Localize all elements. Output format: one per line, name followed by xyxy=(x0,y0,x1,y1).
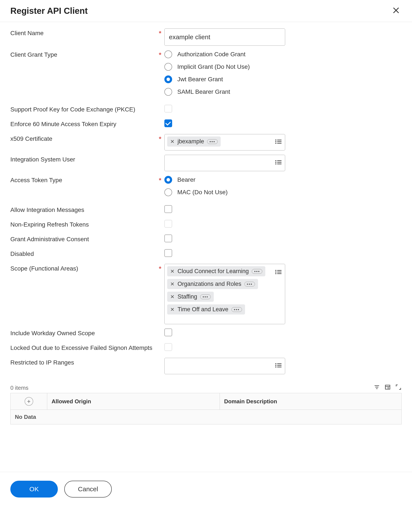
locked-out-checkbox xyxy=(164,343,172,351)
scope-prompt[interactable]: ✕ Cloud Connect for Learning ••• ✕ Organ… xyxy=(164,264,285,324)
cancel-button[interactable]: Cancel xyxy=(64,481,112,497)
scope-label: Scope (Functional Areas) xyxy=(10,265,78,272)
non-expiring-checkbox xyxy=(164,220,172,228)
chip-label: Time Off and Leave xyxy=(177,306,228,313)
token-type-radio-group: Bearer MAC (Do Not Use) xyxy=(164,175,227,201)
svg-point-18 xyxy=(275,273,276,274)
locked-out-label: Locked Out due to Excessive Failed Signo… xyxy=(10,344,152,351)
radio-label: Bearer xyxy=(177,176,196,183)
dialog-title: Register API Client xyxy=(10,6,88,16)
chip-related-actions-icon[interactable]: ••• xyxy=(200,294,211,299)
prompt-list-icon[interactable] xyxy=(275,269,282,276)
scope-chip: ✕ Cloud Connect for Learning ••• xyxy=(167,266,265,276)
allowed-origin-table: + Allowed Origin Domain Description No D… xyxy=(10,393,402,424)
chip-remove-icon[interactable]: ✕ xyxy=(170,269,175,274)
isu-prompt[interactable] xyxy=(164,155,285,171)
required-mark: * xyxy=(159,265,161,272)
close-button[interactable] xyxy=(391,6,402,16)
ip-ranges-label: Restricted to IP Ranges xyxy=(10,359,74,366)
chip-label: Organizations and Roles xyxy=(177,281,241,287)
prompt-list-icon[interactable] xyxy=(275,139,282,146)
table-header-origin: Allowed Origin xyxy=(47,393,220,410)
grant-type-option[interactable]: Jwt Bearer Grant xyxy=(164,76,250,83)
token-type-option[interactable]: MAC (Do Not Use) xyxy=(164,188,227,196)
table-header-add: + xyxy=(10,393,47,410)
chip-remove-icon[interactable]: ✕ xyxy=(170,294,175,299)
radio-icon xyxy=(164,188,172,196)
enforce-expiry-checkbox[interactable] xyxy=(164,119,172,127)
svg-point-10 xyxy=(275,162,276,163)
required-mark: * xyxy=(159,177,161,184)
allow-integration-checkbox[interactable] xyxy=(164,205,172,213)
x509-chip: ✕ jbexample ••• xyxy=(167,136,221,147)
grant-type-option[interactable]: Implicit Grant (Do Not Use) xyxy=(164,63,250,71)
radio-label: SAML Bearer Grant xyxy=(177,88,230,95)
radio-label: Authorization Code Grant xyxy=(177,51,245,58)
close-icon xyxy=(392,7,400,14)
ip-ranges-prompt[interactable] xyxy=(164,358,285,374)
disabled-checkbox[interactable] xyxy=(164,249,172,257)
chip-label: Cloud Connect for Learning xyxy=(177,268,249,275)
add-row-button[interactable]: + xyxy=(25,397,33,406)
scope-chip: ✕ Time Off and Leave ••• xyxy=(167,304,245,314)
table-header-domain: Domain Description xyxy=(220,393,402,410)
client-name-label: Client Name xyxy=(10,30,44,37)
x509-prompt[interactable]: ✕ jbexample ••• xyxy=(164,134,285,151)
chip-label: jbexample xyxy=(177,138,204,145)
svg-point-2 xyxy=(275,140,276,141)
svg-point-22 xyxy=(275,365,276,366)
radio-icon xyxy=(164,176,172,184)
chip-related-actions-icon[interactable]: ••• xyxy=(231,307,242,312)
svg-point-20 xyxy=(275,363,276,364)
include-wd-scope-checkbox[interactable] xyxy=(164,329,172,336)
include-wd-scope-label: Include Workday Owned Scope xyxy=(10,330,95,337)
allow-integration-label: Allow Integration Messages xyxy=(10,207,84,213)
prompt-list-icon[interactable] xyxy=(275,160,282,166)
fullscreen-icon[interactable] xyxy=(395,384,402,392)
scope-chip: ✕ Staffing ••• xyxy=(167,292,214,302)
client-name-input[interactable] xyxy=(164,28,285,46)
radio-label: Jwt Bearer Grant xyxy=(177,76,223,83)
token-type-option[interactable]: Bearer xyxy=(164,176,227,184)
items-count-label: 0 items xyxy=(10,385,29,391)
chip-remove-icon[interactable]: ✕ xyxy=(170,307,175,312)
disabled-label: Disabled xyxy=(10,250,34,257)
radio-icon xyxy=(164,76,172,83)
svg-rect-29 xyxy=(385,385,390,389)
svg-point-16 xyxy=(275,272,276,273)
required-mark: * xyxy=(159,135,161,142)
chip-remove-icon[interactable]: ✕ xyxy=(170,282,175,287)
radio-icon xyxy=(164,88,172,96)
svg-point-14 xyxy=(275,270,276,271)
chip-remove-icon[interactable]: ✕ xyxy=(170,139,175,144)
required-mark: * xyxy=(159,29,161,37)
filter-icon[interactable] xyxy=(374,384,380,392)
chip-label: Staffing xyxy=(177,293,197,300)
scope-chip: ✕ Organizations and Roles ••• xyxy=(167,279,258,289)
columns-icon[interactable] xyxy=(384,384,391,392)
non-expiring-label: Non-Expiring Refresh Tokens xyxy=(10,221,89,228)
chip-related-actions-icon[interactable]: ••• xyxy=(252,269,262,274)
svg-point-6 xyxy=(275,143,276,144)
grant-type-option[interactable]: Authorization Code Grant xyxy=(164,50,250,58)
x509-label: x509 Certificate xyxy=(10,135,52,142)
grant-type-radio-group: Authorization Code Grant Implicit Grant … xyxy=(164,50,250,100)
client-grant-type-label: Client Grant Type xyxy=(10,51,57,58)
pkce-checkbox xyxy=(164,105,172,113)
radio-label: Implicit Grant (Do Not Use) xyxy=(177,63,250,70)
ok-button[interactable]: OK xyxy=(10,481,58,497)
admin-consent-checkbox[interactable] xyxy=(164,235,172,242)
prompt-list-icon[interactable] xyxy=(275,362,282,370)
admin-consent-label: Grant Administrative Consent xyxy=(10,236,89,243)
isu-label: Integration System User xyxy=(10,156,75,163)
radio-icon xyxy=(164,63,172,71)
required-mark: * xyxy=(159,51,161,58)
radio-icon xyxy=(164,50,172,58)
radio-label: MAC (Do Not Use) xyxy=(177,189,227,196)
svg-point-24 xyxy=(275,366,276,368)
chip-related-actions-icon[interactable]: ••• xyxy=(207,139,218,144)
grant-type-option[interactable]: SAML Bearer Grant xyxy=(164,88,250,96)
chip-related-actions-icon[interactable]: ••• xyxy=(244,282,255,286)
no-data-cell: No Data xyxy=(10,410,402,424)
token-type-label: Access Token Type xyxy=(10,177,62,184)
